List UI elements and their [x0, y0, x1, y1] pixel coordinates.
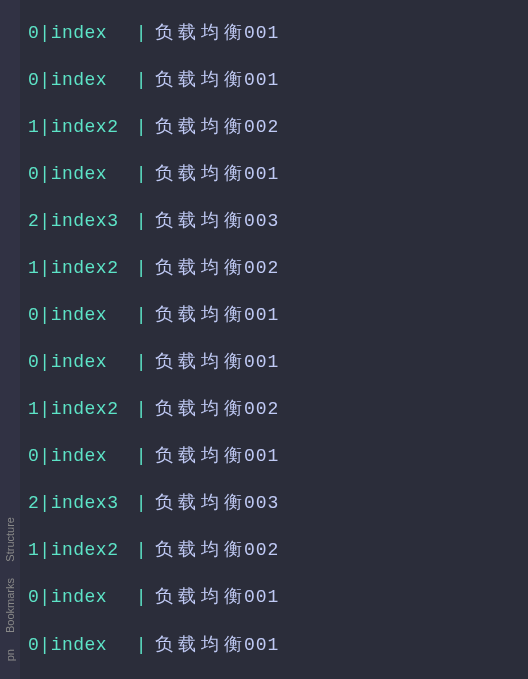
log-line: 0|index| 负载均衡001 [28, 446, 520, 468]
column-separator: | [136, 117, 147, 139]
log-message-number: 001 [244, 352, 279, 374]
process-name: index [51, 305, 136, 327]
log-message-number: 001 [244, 70, 279, 92]
log-message-number: 002 [244, 117, 279, 139]
process-id: 0 [28, 446, 39, 468]
pipe-separator: | [39, 70, 50, 92]
log-line: 0|index| 负载均衡001 [28, 70, 520, 92]
console-output[interactable]: 0|index| 负载均衡0010|index| 负载均衡0011|index2… [20, 0, 528, 679]
log-message: 负载均衡 [155, 164, 247, 186]
pipe-separator: | [39, 305, 50, 327]
log-message: 负载均衡 [155, 352, 247, 374]
pipe-separator: | [39, 23, 50, 45]
pipe-separator: | [39, 635, 50, 657]
column-separator: | [136, 164, 147, 186]
process-id: 0 [28, 352, 39, 374]
log-line: 0|index| 负载均衡001 [28, 164, 520, 186]
log-message: 负载均衡 [155, 587, 247, 609]
sidebar-tab-label: pn [4, 649, 16, 661]
process-id: 1 [28, 540, 39, 562]
process-name: index [51, 70, 136, 92]
column-separator: | [136, 399, 147, 421]
column-separator: | [136, 70, 147, 92]
log-message-number: 003 [244, 211, 279, 233]
process-name: index [51, 164, 136, 186]
sidebar-tab-npm[interactable]: pn [2, 641, 18, 669]
process-name: index [51, 352, 136, 374]
log-line: 2|index3| 负载均衡003 [28, 211, 520, 233]
process-name: index2 [51, 117, 136, 139]
process-name: index2 [51, 258, 136, 280]
process-id: 0 [28, 635, 39, 657]
sidebar-tab-structure[interactable]: Structure [2, 509, 18, 570]
process-id: 2 [28, 493, 39, 515]
log-message: 负载均衡 [155, 211, 247, 233]
column-separator: | [136, 446, 147, 468]
log-message: 负载均衡 [155, 117, 247, 139]
log-message: 负载均衡 [155, 399, 247, 421]
log-line: 0|index| 负载均衡001 [28, 635, 520, 657]
log-message-number: 001 [244, 587, 279, 609]
log-line: 0|index| 负载均衡001 [28, 352, 520, 374]
process-name: index [51, 635, 136, 657]
column-separator: | [136, 258, 147, 280]
column-separator: | [136, 23, 147, 45]
log-line: 2|index3| 负载均衡003 [28, 493, 520, 515]
process-id: 2 [28, 211, 39, 233]
pipe-separator: | [39, 211, 50, 233]
log-line: 1|index2| 负载均衡002 [28, 540, 520, 562]
log-message: 负载均衡 [155, 635, 247, 657]
column-separator: | [136, 493, 147, 515]
log-message: 负载均衡 [155, 70, 247, 92]
pipe-separator: | [39, 446, 50, 468]
column-separator: | [136, 587, 147, 609]
column-separator: | [136, 211, 147, 233]
process-name: index3 [51, 211, 136, 233]
column-separator: | [136, 352, 147, 374]
process-name: index2 [51, 399, 136, 421]
process-name: index2 [51, 540, 136, 562]
process-id: 0 [28, 23, 39, 45]
column-separator: | [136, 305, 147, 327]
column-separator: | [136, 540, 147, 562]
sidebar-tab-label: Structure [4, 517, 16, 562]
log-line: 1|index2| 负载均衡002 [28, 399, 520, 421]
log-message-number: 001 [244, 305, 279, 327]
log-line: 1|index2| 负载均衡002 [28, 258, 520, 280]
process-id: 1 [28, 258, 39, 280]
log-message-number: 002 [244, 258, 279, 280]
log-message-number: 001 [244, 23, 279, 45]
pipe-separator: | [39, 399, 50, 421]
pipe-separator: | [39, 493, 50, 515]
process-id: 0 [28, 70, 39, 92]
process-id: 0 [28, 305, 39, 327]
log-line: 0|index| 负载均衡001 [28, 23, 520, 45]
log-message: 负载均衡 [155, 493, 247, 515]
log-message-number: 002 [244, 540, 279, 562]
pipe-separator: | [39, 540, 50, 562]
log-message: 负载均衡 [155, 305, 247, 327]
pipe-separator: | [39, 117, 50, 139]
process-name: index [51, 23, 136, 45]
ide-sidebar: Structure Bookmarks pn [0, 0, 20, 679]
log-message: 负载均衡 [155, 23, 247, 45]
pipe-separator: | [39, 352, 50, 374]
log-line: 1|index2| 负载均衡002 [28, 117, 520, 139]
pipe-separator: | [39, 164, 50, 186]
log-line: 0|index| 负载均衡001 [28, 587, 520, 609]
log-message: 负载均衡 [155, 446, 247, 468]
pipe-separator: | [39, 587, 50, 609]
log-message-number: 003 [244, 493, 279, 515]
sidebar-tab-bookmarks[interactable]: Bookmarks [2, 570, 18, 641]
pipe-separator: | [39, 258, 50, 280]
log-line: 0|index| 负载均衡001 [28, 305, 520, 327]
log-message-number: 001 [244, 635, 279, 657]
process-name: index3 [51, 493, 136, 515]
log-message-number: 002 [244, 399, 279, 421]
process-id: 1 [28, 399, 39, 421]
process-id: 0 [28, 587, 39, 609]
process-id: 1 [28, 117, 39, 139]
log-message-number: 001 [244, 446, 279, 468]
column-separator: | [136, 635, 147, 657]
process-name: index [51, 587, 136, 609]
